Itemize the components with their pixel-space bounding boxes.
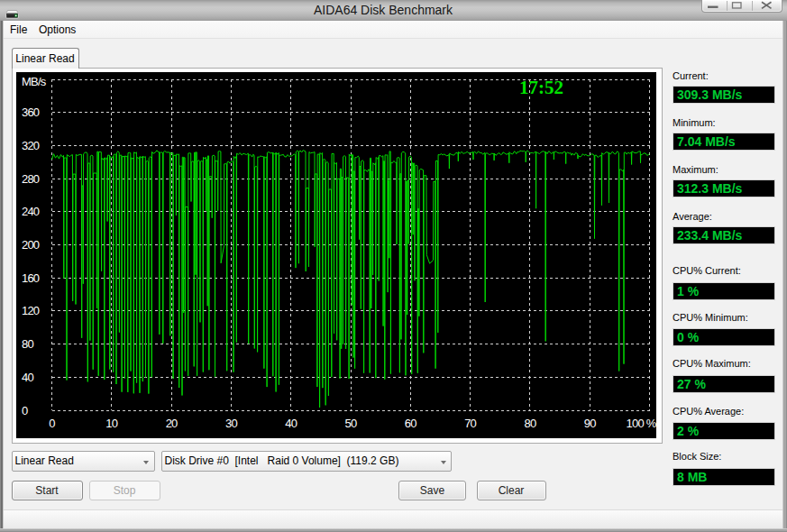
svg-text:20: 20 [165,417,177,430]
svg-text:50: 50 [344,417,356,430]
svg-text:10: 10 [105,417,117,430]
svg-text:160: 160 [22,271,40,285]
svg-text:30: 30 [224,417,236,430]
svg-text:40: 40 [285,417,297,430]
svg-text:280: 280 [22,172,40,186]
svg-text:200: 200 [22,238,40,252]
svg-text:80: 80 [524,417,535,430]
svg-text:90: 90 [583,417,595,430]
svg-text:0: 0 [22,404,28,417]
svg-text:17:52: 17:52 [519,77,563,98]
svg-text:60: 60 [404,417,416,430]
svg-text:70: 70 [464,417,476,430]
svg-text:360: 360 [22,105,40,119]
svg-text:80: 80 [22,337,33,351]
svg-text:100 %: 100 % [626,417,656,430]
svg-text:MB/s: MB/s [22,75,47,88]
svg-text:320: 320 [22,139,40,152]
svg-text:0: 0 [49,417,55,430]
svg-text:120: 120 [22,304,40,317]
svg-text:40: 40 [22,371,33,384]
svg-text:240: 240 [22,205,40,218]
